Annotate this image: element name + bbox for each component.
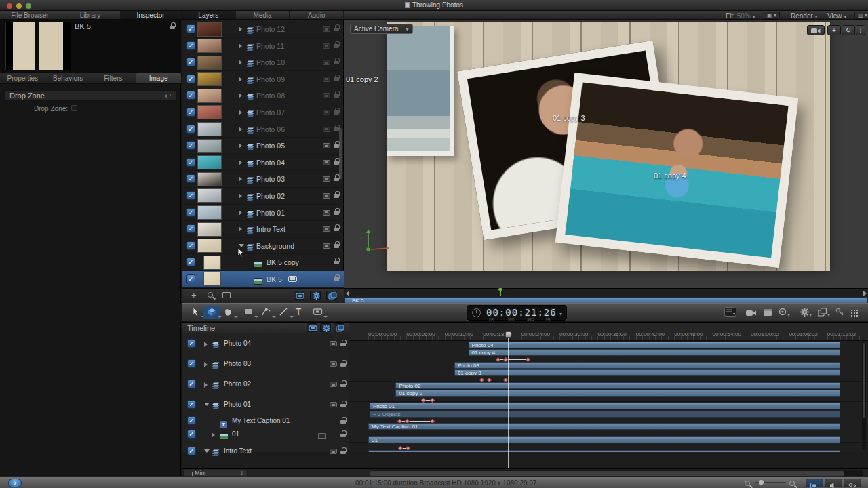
gear-icon[interactable]	[320, 323, 331, 332]
camera-select-button[interactable]	[807, 25, 825, 35]
show-keyframes-button[interactable]	[844, 479, 861, 487]
info-button[interactable]: i	[8, 479, 22, 487]
disclosure-triangle[interactable]	[212, 432, 215, 438]
lock-icon[interactable]	[334, 58, 339, 64]
layer-row-photo-12[interactable]: ✓Photo 12	[182, 21, 344, 38]
timeline-row-photo-01[interactable]: ✓Photo 01	[182, 398, 349, 411]
blend-mode-icon[interactable]	[330, 449, 337, 454]
lock-icon[interactable]	[170, 22, 175, 29]
blend-mode-icon[interactable]	[323, 143, 330, 148]
dropzone-checkbox[interactable]	[71, 105, 77, 111]
playhead-line[interactable]	[508, 332, 509, 468]
pan-view-button[interactable]: +	[827, 25, 841, 35]
lock-icon[interactable]	[334, 41, 339, 48]
disclosure-triangle[interactable]	[239, 43, 242, 49]
layer-row-photo-03[interactable]: ✓Photo 03	[182, 171, 344, 188]
stack-icon[interactable]	[326, 291, 337, 300]
fit-menu[interactable]: Fit: 50% ▾	[726, 12, 755, 20]
render-menu[interactable]: Render ▾	[791, 12, 818, 20]
lock-icon[interactable]	[340, 447, 346, 454]
lock-icon[interactable]	[340, 401, 346, 407]
layer-checkbox[interactable]: ✓	[186, 274, 195, 283]
keyframe-diamond[interactable]	[496, 357, 500, 362]
layer-row-photo-10[interactable]: ✓Photo 10	[182, 54, 344, 71]
tab-layers[interactable]: Layers	[182, 11, 236, 19]
rectangle-tool[interactable]	[240, 306, 256, 319]
track-subbar-01-copy-3[interactable]: 01 copy 3	[454, 369, 840, 376]
gear-icon[interactable]	[310, 291, 321, 300]
layer-checkbox[interactable]: ✓	[187, 430, 196, 439]
orbit-view-button[interactable]: ↻	[842, 25, 855, 35]
layer-checkbox[interactable]: ✓	[186, 208, 195, 217]
blend-mode-icon[interactable]	[330, 341, 337, 346]
track-bar-photo-04[interactable]: Photo 04	[469, 342, 840, 348]
select-tool[interactable]	[187, 306, 203, 319]
lock-icon[interactable]	[340, 340, 346, 346]
blend-mode-icon[interactable]	[323, 127, 330, 132]
blend-mode-icon[interactable]	[323, 226, 330, 232]
disclosure-triangle[interactable]	[239, 226, 242, 232]
stack-icon[interactable]	[334, 323, 344, 332]
view-menu[interactable]: View ▾	[827, 12, 846, 20]
blend-mode-icon[interactable]	[323, 176, 330, 182]
keyframe-diamond[interactable]	[429, 398, 434, 403]
disclosure-triangle[interactable]	[239, 77, 242, 82]
disclosure-triangle[interactable]	[239, 26, 242, 32]
disclosure-triangle[interactable]	[239, 127, 242, 132]
layer-row-photo-05[interactable]: ✓Photo 05	[182, 138, 344, 155]
layer-checkbox[interactable]: ✓	[186, 41, 195, 50]
channels-menu[interactable]: ▣ ▾	[764, 12, 780, 19]
layer-checkbox[interactable]: ✓	[186, 125, 195, 134]
blend-mode-icon[interactable]	[323, 26, 330, 32]
blend-mode-icon[interactable]	[323, 93, 330, 98]
transform-3d-tool[interactable]	[203, 306, 220, 319]
blend-mode-icon[interactable]	[323, 210, 330, 216]
layout-menu[interactable]: ▥ ▾	[854, 12, 868, 19]
keyframe-diamond[interactable]	[525, 357, 530, 362]
lock-icon[interactable]	[334, 158, 339, 165]
disclosure-triangle[interactable]	[204, 342, 208, 347]
library-grid-icon[interactable]	[850, 309, 858, 317]
lock-icon[interactable]	[340, 380, 346, 387]
layer-row-photo-01[interactable]: ✓Photo 01	[182, 205, 344, 222]
track-bar-my-text-caption-01[interactable]: My Text Caption 01	[368, 423, 840, 430]
disclosure-triangle[interactable]	[239, 210, 242, 216]
layers-scrollbar[interactable]	[339, 128, 342, 179]
blend-mode-icon[interactable]	[330, 382, 337, 387]
disclosure-triangle[interactable]	[204, 362, 208, 367]
layer-row-photo-06[interactable]: ✓Photo 06	[182, 121, 344, 138]
zoom-out-icon[interactable]	[745, 481, 750, 486]
timeline-tracks[interactable]: Photo 0401 copy 4Photo 0301 copy 3Photo …	[349, 341, 868, 452]
layer-row-photo-07[interactable]: ✓Photo 07	[182, 104, 344, 121]
layer-row-bk-5-copy[interactable]: ✓BK 5 copy	[182, 254, 344, 271]
add-layer-button[interactable]: +	[191, 290, 197, 300]
layer-checkbox[interactable]: ✓	[187, 339, 196, 348]
blend-mode-icon[interactable]	[323, 110, 330, 115]
layer-checkbox[interactable]: ✓	[186, 58, 195, 66]
lock-icon[interactable]	[334, 125, 339, 131]
track-bar-01[interactable]: 01	[368, 436, 840, 443]
blend-mode-icon[interactable]	[323, 160, 330, 165]
blend-mode-icon[interactable]	[330, 361, 337, 367]
disclosure-triangle[interactable]	[239, 244, 244, 247]
timeline-horizontal-scrollbar[interactable]	[370, 470, 863, 476]
hud-button[interactable]	[724, 307, 736, 319]
search-icon[interactable]	[208, 292, 213, 298]
blend-mode-icon[interactable]	[330, 402, 337, 407]
timecode-display[interactable]: 00:00:21:26 HR MIN SEC FR ▾	[467, 305, 567, 321]
zoom-in-icon[interactable]	[789, 481, 795, 486]
layer-checkbox[interactable]: ✓	[187, 359, 196, 368]
disclosure-triangle[interactable]	[239, 93, 242, 98]
chevron-down-icon[interactable]: ▾	[559, 311, 562, 317]
lock-icon[interactable]	[340, 430, 346, 437]
track-subbar-2-objects[interactable]: ≡ 2 Objects	[370, 411, 840, 418]
line-tool[interactable]	[275, 306, 292, 319]
layer-checkbox[interactable]: ✓	[186, 158, 195, 167]
lock-icon[interactable]	[334, 108, 339, 115]
region-tool[interactable]	[309, 306, 326, 319]
lock-icon[interactable]	[334, 141, 339, 148]
track-bar-photo-02[interactable]: Photo 02	[395, 382, 840, 389]
tab-image[interactable]: Image	[136, 73, 181, 83]
timeline-ruler[interactable]: 00:00:00:0000:00:06:0000:00:12:0000:00:1…	[349, 323, 868, 341]
layer-checkbox[interactable]: ✓	[186, 224, 195, 233]
